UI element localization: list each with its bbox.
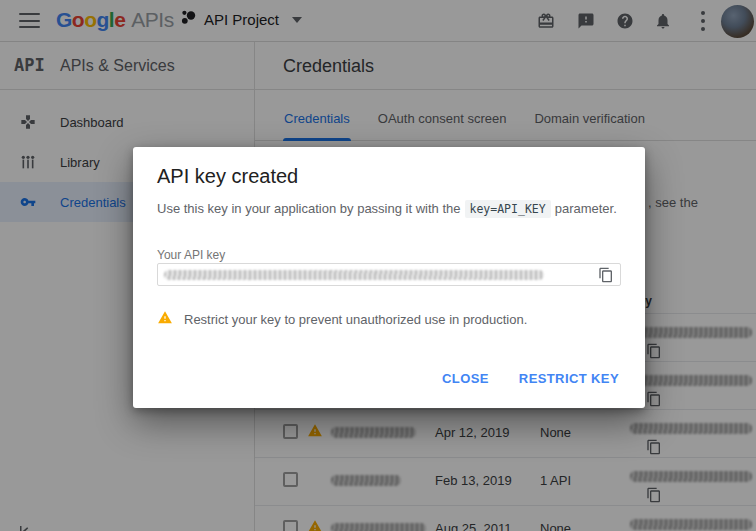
- app-window: GoogleAPIs API Project API APIs & Servic…: [0, 0, 756, 531]
- code-chip: key=API_KEY: [465, 200, 551, 218]
- api-key-created-dialog: API key created Use this key in your app…: [133, 147, 645, 408]
- close-button[interactable]: CLOSE: [430, 362, 501, 395]
- dialog-title: API key created: [157, 165, 298, 188]
- api-key-field[interactable]: [157, 263, 621, 286]
- dialog-actions: CLOSE RESTRICT KEY: [430, 362, 631, 395]
- restrict-key-button[interactable]: RESTRICT KEY: [507, 362, 631, 395]
- redacted-api-key-value: [164, 270, 544, 280]
- warning-icon: [157, 310, 173, 329]
- api-key-field-label: Your API key: [157, 248, 225, 262]
- restrict-warning: Restrict your key to prevent unauthorize…: [157, 310, 527, 329]
- warning-text: Restrict your key to prevent unauthorize…: [184, 312, 527, 327]
- copy-icon[interactable]: [598, 267, 614, 283]
- dialog-body: Use this key in your application by pass…: [157, 201, 617, 216]
